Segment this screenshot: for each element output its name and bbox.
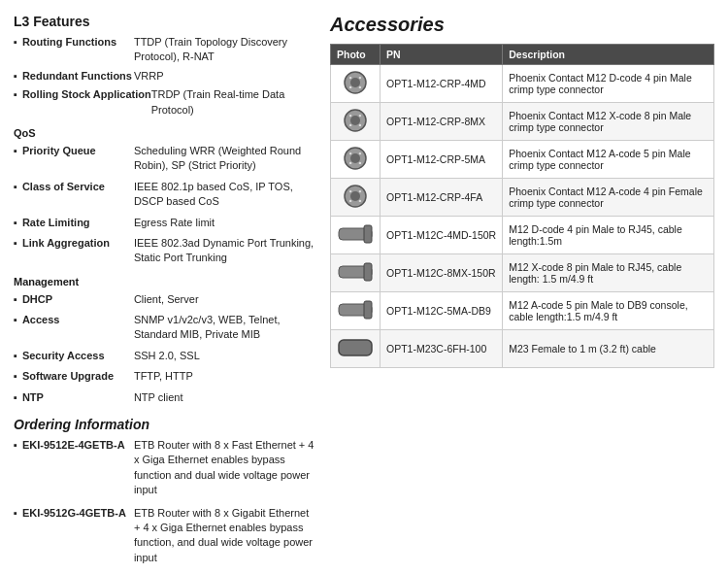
svg-point-3 <box>359 86 361 88</box>
svg-point-14 <box>359 152 361 154</box>
qos-priority-queue: Priority Queue Scheduling WRR (Weighted … <box>14 144 314 174</box>
acc-photo-cell <box>331 217 381 254</box>
acc-pn-cell: OPT1-M23C-6FH-100 <box>381 330 503 368</box>
mgmt-software-label: Software Upgrade <box>22 369 134 384</box>
acc-description-cell: M12 X-code 8 pin Male to RJ45, cable len… <box>503 254 714 292</box>
svg-point-10 <box>349 124 351 126</box>
svg-point-13 <box>350 153 360 163</box>
acc-photo-cell <box>331 141 381 179</box>
l3-redundant-value: VRRP <box>134 69 314 84</box>
svg-point-2 <box>359 77 361 79</box>
l3-rolling-label: Rolling Stock Application <box>22 87 151 118</box>
mgmt-ntp-value: NTP client <box>134 390 314 405</box>
acc-pn-cell: OPT1-M12-CRP-8MX <box>381 103 503 141</box>
svg-point-16 <box>349 162 351 164</box>
qos-link-aggregation: Link Aggregation IEEE 802.3ad Dynamic Po… <box>14 236 314 266</box>
svg-rect-29 <box>364 301 372 319</box>
qos-rate-label: Rate Limiting <box>22 216 134 230</box>
qos-priority-label: Priority Queue <box>22 144 134 174</box>
acc-description-cell: Phoenix Contact M12 D-code 4 pin Male cr… <box>503 65 714 103</box>
svg-rect-27 <box>364 263 372 281</box>
table-row: OPT1-M12C-8MX-150RM12 X-code 8 pin Male … <box>331 254 714 292</box>
svg-point-15 <box>359 162 361 164</box>
acc-pn-cell: OPT1-M12-CRP-5MA <box>381 141 503 179</box>
col-pn: PN <box>381 45 503 65</box>
qos-cos-value: IEEE 802.1p based CoS, IP TOS, DSCP base… <box>134 180 314 210</box>
svg-point-11 <box>349 115 351 117</box>
acc-photo-cell <box>331 254 381 292</box>
l3-features-title: L3 Features <box>14 14 314 29</box>
acc-pn-cell: OPT1-M12-CRP-4FA <box>381 179 503 217</box>
table-row: OPT1-M12C-4MD-150RM12 D-code 4 pin Male … <box>331 217 714 254</box>
svg-point-23 <box>349 190 351 192</box>
svg-point-7 <box>350 116 360 125</box>
l3-redundant-label: Redundant Functions <box>22 69 134 84</box>
mgmt-access-label: Access <box>22 313 134 343</box>
l3-rolling-stock: Rolling Stock Application TRDP (Train Re… <box>14 87 314 118</box>
svg-point-20 <box>359 190 361 192</box>
svg-point-22 <box>349 200 351 202</box>
qos-rate-limiting: Rate Limiting Egress Rate limit <box>14 216 314 230</box>
qos-rate-value: Egress Rate limit <box>134 216 314 230</box>
qos-cos-label: Class of Service <box>22 180 134 210</box>
mgmt-software-upgrade: Software Upgrade TFTP, HTTP <box>14 369 314 384</box>
table-row: OPT1-M12-CRP-5MAPhoenix Contact M12 A-co… <box>331 141 714 179</box>
svg-point-5 <box>349 77 351 79</box>
mgmt-ntp-label: NTP <box>22 390 134 405</box>
qos-priority-value: Scheduling WRR (Weighted Round Robin), S… <box>134 144 314 174</box>
l3-rolling-value: TRDP (Train Real-time Data Protocol) <box>151 87 314 118</box>
right-panel: Accessories Photo PN Description OPT1-M1… <box>330 14 714 573</box>
svg-point-4 <box>349 86 351 88</box>
table-header-row: Photo PN Description <box>331 45 714 65</box>
ordering-label-2: EKI-9512G-4GETB-A <box>22 506 134 566</box>
acc-description-cell: Phoenix Contact M12 X-code 8 pin Male cr… <box>503 103 714 141</box>
qos-title: QoS <box>14 127 314 139</box>
acc-photo-cell <box>331 330 381 368</box>
l3-routing-label: Routing Functions <box>22 35 134 65</box>
acc-photo-cell <box>331 292 381 330</box>
qos-link-value: IEEE 802.3ad Dynamic Port Trunking, Stat… <box>134 236 314 266</box>
svg-point-21 <box>359 200 361 202</box>
qos-cos: Class of Service IEEE 802.1p based CoS, … <box>14 180 314 210</box>
col-photo: Photo <box>331 45 381 65</box>
l3-redundant-functions: Redundant Functions VRRP <box>14 69 314 84</box>
accessories-title: Accessories <box>330 14 714 36</box>
acc-pn-cell: OPT1-M12C-8MX-150R <box>381 254 503 292</box>
ordering-item-1: EKI-9512E-4GETB-A ETB Router with 8 x Fa… <box>14 438 314 498</box>
mgmt-access: Access SNMP v1/v2c/v3, WEB, Telnet, Stan… <box>14 313 314 343</box>
svg-rect-25 <box>364 225 372 243</box>
svg-point-8 <box>359 115 361 117</box>
svg-point-17 <box>349 152 351 154</box>
mgmt-title: Management <box>14 276 314 287</box>
table-row: OPT1-M12-CRP-4FAPhoenix Contact M12 A-co… <box>331 179 714 217</box>
acc-pn-cell: OPT1-M12C-4MD-150R <box>381 217 503 254</box>
mgmt-access-value: SNMP v1/v2c/v3, WEB, Telnet, Standard MI… <box>134 313 314 343</box>
ordering-item-2: EKI-9512G-4GETB-A ETB Router with 8 x Gi… <box>14 506 314 566</box>
mgmt-dhcp: DHCP Client, Server <box>14 292 314 307</box>
mgmt-security-label: Security Access <box>22 349 134 363</box>
ordering-value-1: ETB Router with 8 x Fast Ethernet + 4 x … <box>134 438 314 498</box>
mgmt-security: Security Access SSH 2.0, SSL <box>14 349 314 363</box>
ordering-value-2: ETB Router with 8 x Gigabit Ethernet + 4… <box>134 506 314 566</box>
mgmt-ntp: NTP NTP client <box>14 390 314 405</box>
col-description: Description <box>503 45 714 65</box>
mgmt-security-value: SSH 2.0, SSL <box>134 349 314 363</box>
l3-routing-functions: Routing Functions TTDP (Train Topology D… <box>14 35 314 65</box>
ordering-label-1: EKI-9512E-4GETB-A <box>22 438 134 498</box>
acc-description-cell: M23 Female to 1 m (3.2 ft) cable <box>503 330 714 368</box>
svg-point-9 <box>359 124 361 126</box>
l3-routing-value: TTDP (Train Topology Discovery Protocol)… <box>134 35 314 65</box>
table-row: OPT1-M12-CRP-4MDPhoenix Contact M12 D-co… <box>331 65 714 103</box>
acc-photo-cell <box>331 179 381 217</box>
svg-point-1 <box>350 78 360 87</box>
mgmt-dhcp-label: DHCP <box>22 292 134 307</box>
page-wrapper: L3 Features Routing Functions TTDP (Trai… <box>0 0 728 574</box>
svg-rect-30 <box>339 340 372 355</box>
mgmt-dhcp-value: Client, Server <box>134 292 314 307</box>
left-panel: L3 Features Routing Functions TTDP (Trai… <box>14 14 314 573</box>
acc-description-cell: Phoenix Contact M12 A-code 5 pin Male cr… <box>503 141 714 179</box>
table-row: OPT1-M12C-5MA-DB9M12 A-code 5 pin Male t… <box>331 292 714 330</box>
acc-photo-cell <box>331 103 381 141</box>
table-row: OPT1-M12-CRP-8MXPhoenix Contact M12 X-co… <box>331 103 714 141</box>
acc-pn-cell: OPT1-M12-CRP-4MD <box>381 65 503 103</box>
